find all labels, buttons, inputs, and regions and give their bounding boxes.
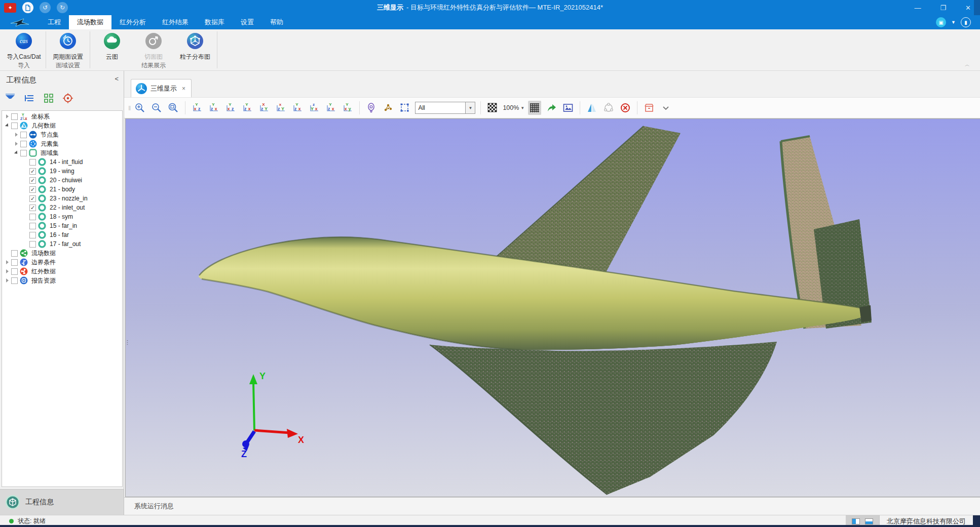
export-view-icon[interactable] xyxy=(545,101,558,115)
expand-arrow[interactable] xyxy=(13,142,19,146)
tree-item[interactable]: 报告资源 xyxy=(2,276,122,285)
expand-arrow[interactable] xyxy=(4,124,10,128)
tree-item[interactable]: 节点集 xyxy=(2,130,122,139)
menu-item-2[interactable]: 流场数据 xyxy=(69,15,111,29)
tree-checkbox[interactable] xyxy=(29,241,36,248)
tree-item[interactable]: 18 - sym xyxy=(2,212,122,221)
tree-item[interactable]: 元素集 xyxy=(2,139,122,148)
close-button[interactable]: ✕ xyxy=(965,4,971,12)
locate-target-icon[interactable] xyxy=(62,92,74,104)
tree-checkbox[interactable]: ✓ xyxy=(29,177,36,184)
view-preset-4-icon[interactable]: Y z x xyxy=(241,101,254,115)
combobox-arrow-icon[interactable]: ▼ xyxy=(466,102,475,114)
minimize-button[interactable]: — xyxy=(914,4,921,12)
ribbon-button-cloud[interactable]: 云图 xyxy=(91,31,133,61)
tree-item[interactable]: ✓21 - body xyxy=(2,185,122,194)
perspective-camera-icon[interactable] xyxy=(365,101,378,115)
redo-icon[interactable]: ↻ xyxy=(57,2,68,13)
splitter-grip[interactable]: ⋮ xyxy=(125,341,127,354)
view-preset-6-icon[interactable]: x z Y xyxy=(274,101,287,115)
screenshot-icon[interactable] xyxy=(561,101,575,115)
tree-item[interactable]: 17 - far_out xyxy=(2,239,122,249)
tree-item[interactable]: 流场数据 xyxy=(2,249,122,258)
tree-checkbox[interactable] xyxy=(11,250,18,257)
menu-item-3[interactable]: 红外分析 xyxy=(111,15,154,29)
menu-item-6[interactable]: 设置 xyxy=(233,15,262,29)
expand-arrow[interactable] xyxy=(4,269,10,273)
tree-checkbox[interactable]: ✓ xyxy=(29,168,36,175)
tree-checkbox[interactable] xyxy=(11,123,18,129)
tree-checkbox[interactable] xyxy=(29,214,36,220)
tree-checkbox[interactable] xyxy=(11,277,18,284)
ribbon-button-clock[interactable]: 周期面设置 xyxy=(47,31,89,61)
help-book-icon[interactable]: ▮ xyxy=(961,17,971,27)
tree-checkbox[interactable] xyxy=(11,113,18,120)
expand-arrow[interactable] xyxy=(4,260,10,264)
zoom-out-icon[interactable] xyxy=(150,101,163,115)
maximize-button[interactable]: ❐ xyxy=(940,4,946,12)
opacity-icon[interactable] xyxy=(486,101,499,115)
node-display-icon[interactable] xyxy=(382,101,395,115)
ribbon-button-cas[interactable]: cas 导入Cas/Dat xyxy=(3,31,45,61)
tree-item[interactable]: 16 - far xyxy=(2,230,122,239)
tree-checkbox[interactable] xyxy=(20,132,27,138)
view-preset-2-icon[interactable]: Y z x xyxy=(207,101,220,115)
tree-checkbox[interactable]: ✓ xyxy=(29,195,36,202)
mesh-toggle-icon[interactable] xyxy=(528,101,541,115)
tree-item[interactable]: ✓23 - nozzle_in xyxy=(2,194,122,203)
tree-item[interactable]: 边界条件 xyxy=(2,258,122,267)
archive-box-icon[interactable] xyxy=(643,101,656,115)
mirror-icon[interactable] xyxy=(585,101,598,115)
tree-checkbox[interactable] xyxy=(20,150,27,156)
tree-item[interactable]: ✓20 - chuiwei xyxy=(2,176,122,185)
expand-arrow[interactable] xyxy=(13,133,19,137)
menu-item-4[interactable]: 红外结果 xyxy=(154,15,197,29)
layout-left-icon[interactable] xyxy=(852,518,860,524)
undo-icon[interactable]: ↺ xyxy=(40,2,51,13)
list-view-icon[interactable] xyxy=(23,92,35,104)
tree-item[interactable]: 几何数据 xyxy=(2,121,122,130)
tree-checkbox[interactable] xyxy=(20,141,27,147)
view-preset-5-icon[interactable]: X z Y xyxy=(257,101,271,115)
view-preset-7-icon[interactable]: Y z x xyxy=(291,101,304,115)
tree-checkbox[interactable] xyxy=(29,232,36,238)
expand-arrow[interactable] xyxy=(4,114,10,118)
ribbon-collapse-icon[interactable]: ︿ xyxy=(965,61,970,68)
view-preset-9-icon[interactable]: Y z x xyxy=(324,101,337,115)
menu-item-5[interactable]: 数据库 xyxy=(197,15,233,29)
tree-item[interactable]: 红外数据 xyxy=(2,267,122,276)
cancel-icon[interactable] xyxy=(619,101,632,115)
view-preset-8-icon[interactable]: z Y x xyxy=(308,101,321,115)
tree-checkbox[interactable]: ✓ xyxy=(29,186,36,193)
tree-item[interactable]: YZX坐标系 xyxy=(2,112,122,121)
style-switch-icon[interactable]: ▣ xyxy=(936,17,946,27)
view-preset-10-icon[interactable]: Y x y xyxy=(341,101,354,115)
layout-bottom-icon[interactable] xyxy=(865,518,873,524)
expand-arrow[interactable] xyxy=(13,151,19,155)
grid-view-icon[interactable] xyxy=(43,92,55,104)
filter-icon[interactable] xyxy=(4,92,16,104)
panel-collapse-button[interactable]: < xyxy=(115,75,119,83)
tab-3d-view[interactable]: 三维显示 × xyxy=(131,79,192,97)
tree-checkbox[interactable] xyxy=(29,223,36,229)
view-preset-3-icon[interactable]: Y x z xyxy=(224,101,237,115)
expand-arrow[interactable] xyxy=(4,278,10,282)
tree-item[interactable]: ✓22 - inlet_out xyxy=(2,203,122,212)
display-filter-combobox[interactable]: All ▼ xyxy=(415,102,475,114)
combobox-value[interactable]: All xyxy=(415,102,466,114)
render-canvas[interactable]: ⋮ xyxy=(125,118,980,497)
menu-item-1[interactable]: 工程 xyxy=(40,15,69,29)
tree-item[interactable]: ✓19 - wing xyxy=(2,167,122,176)
new-document-icon[interactable] xyxy=(22,2,33,13)
more-options-chevron-icon[interactable] xyxy=(659,101,672,115)
zoom-in-icon[interactable] xyxy=(133,101,146,115)
tree-item[interactable]: 14 - int_fluid xyxy=(2,157,122,167)
tree-item[interactable]: 面域集 xyxy=(2,148,122,157)
caret-down-icon[interactable]: ▼ xyxy=(951,20,956,25)
tab-close-icon[interactable]: × xyxy=(182,85,185,92)
tree-checkbox[interactable] xyxy=(11,268,18,275)
tree-checkbox[interactable] xyxy=(29,159,36,166)
tree-checkbox[interactable] xyxy=(11,259,18,266)
app-button[interactable]: ✦ xyxy=(4,3,16,13)
ribbon-button-particles[interactable]: 粒子分布图 xyxy=(174,31,216,61)
